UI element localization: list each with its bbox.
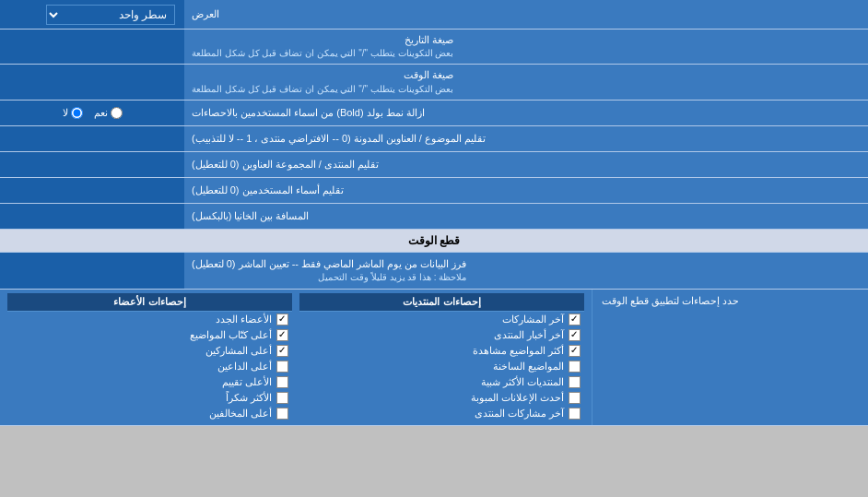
stats-item-member-5: الأعلى تقييم: [7, 374, 292, 390]
stats-item-member-4: أعلى الداعين: [7, 359, 292, 374]
user-trim-input[interactable]: 0: [6, 183, 179, 196]
radio-no[interactable]: [71, 107, 83, 119]
time-format-input[interactable]: H:i: [6, 76, 179, 89]
cutoff-input-container: 0: [0, 253, 184, 289]
section-label-display: العرض: [184, 0, 868, 29]
stats-item-forum-7: آخر مشاركات المنتدى: [299, 406, 584, 421]
cutoff-input[interactable]: 0: [6, 264, 179, 277]
date-format-input[interactable]: d-m: [6, 41, 179, 53]
stats-item-forum-6: أحدث الإعلانات المبوبة: [299, 390, 584, 406]
stats-col-members: إحصاءات الأعضاء ✓ الأعضاء الجدد ✓ أعلى ك…: [4, 293, 296, 421]
radio-yes[interactable]: [111, 107, 123, 119]
display-dropdown[interactable]: سطر واحد سطران ثلاثة أسطر: [46, 5, 175, 25]
stats-section: حدد إحصاءات لتطبيق قطع الوقت إحصاءات الم…: [0, 290, 868, 426]
date-format-input-container: d-m: [0, 30, 184, 64]
stats-col-forums-header: إحصاءات المنتديات: [299, 293, 584, 312]
time-format-label: صيغة الوقت بعض التكوينات يتطلب "/" التي …: [184, 65, 868, 99]
user-trim-row: تقليم أسماء المستخدمين (0 للتعطيل) 0: [0, 178, 868, 204]
topic-trim-label: تقليم الموضوع / العناوين المدونة (0 -- ا…: [184, 126, 868, 151]
cutoff-label: فرز البيانات من يوم الماشر الماضي فقط --…: [184, 253, 868, 289]
spacing-row: المسافة بين الخانيا (بالبكسل) 2: [0, 204, 868, 230]
cutoff-section-header: قطع الوقت: [0, 230, 868, 253]
stats-item-forum-1: ✓ آخر المشاركات: [299, 312, 584, 327]
spacing-input-container: 2: [0, 204, 184, 229]
forum-trim-input-container: 33: [0, 152, 184, 177]
spacing-input[interactable]: 2: [6, 209, 179, 222]
forum-trim-label: تقليم المنتدى / المجموعة العناوين (0 للت…: [184, 152, 868, 177]
stats-col-forums: إحصاءات المنتديات ✓ آخر المشاركات ✓ آخر …: [296, 293, 588, 421]
stats-item-member-3: ✓ أعلى المشاركين: [7, 343, 292, 359]
stats-item-forum-4: المواضيع الساخنة: [299, 359, 584, 374]
user-trim-label: تقليم أسماء المستخدمين (0 للتعطيل): [184, 178, 868, 203]
stats-apply-label: حدد إحصاءات لتطبيق قطع الوقت: [592, 290, 868, 425]
spacing-label: المسافة بين الخانيا (بالبكسل): [184, 204, 868, 229]
stats-item-member-2: ✓ أعلى كتّاب المواضيع: [7, 327, 292, 343]
date-format-label: صيغة التاريخ بعض التكوينات يتطلب "/" الت…: [184, 30, 868, 64]
topic-trim-row: تقليم الموضوع / العناوين المدونة (0 -- ا…: [0, 126, 868, 152]
radio-no-label[interactable]: لا: [63, 107, 83, 119]
stats-item-forum-5: المنتديات الأكثر شبية: [299, 374, 584, 390]
stats-item-forum-3: ✓ أكثر المواضيع مشاهدة: [299, 343, 584, 359]
radio-yes-label[interactable]: نعم: [94, 107, 123, 119]
cutoff-row: فرز البيانات من يوم الماشر الماضي فقط --…: [0, 253, 868, 290]
stats-item-member-6: الأكثر شكراً: [7, 390, 292, 406]
time-format-input-container: H:i: [0, 65, 184, 99]
stats-columns-container: إحصاءات المنتديات ✓ آخر المشاركات ✓ آخر …: [0, 290, 592, 425]
dropdown-container: سطر واحد سطران ثلاثة أسطر: [0, 0, 184, 29]
stats-item-member-1: ✓ الأعضاء الجدد: [7, 312, 292, 327]
bold-remove-label: ازالة نمط بولد (Bold) من اسماء المستخدمي…: [184, 101, 868, 125]
bold-remove-row: ازالة نمط بولد (Bold) من اسماء المستخدمي…: [0, 101, 868, 126]
bold-radio-container: نعم لا: [0, 101, 184, 125]
topic-trim-input-container: 33: [0, 126, 184, 151]
forum-trim-input[interactable]: 33: [6, 158, 179, 171]
user-trim-input-container: 0: [0, 178, 184, 203]
stats-item-forum-2: ✓ آخر أخبار المنتدى: [299, 327, 584, 343]
stats-col-members-header: إحصاءات الأعضاء: [7, 293, 292, 312]
time-format-row: صيغة الوقت بعض التكوينات يتطلب "/" التي …: [0, 65, 868, 100]
date-format-row: صيغة التاريخ بعض التكوينات يتطلب "/" الت…: [0, 30, 868, 65]
stats-item-member-7: أعلى المخالفين: [7, 406, 292, 421]
topic-trim-input[interactable]: 33: [6, 132, 179, 145]
forum-trim-row: تقليم المنتدى / المجموعة العناوين (0 للت…: [0, 152, 868, 178]
